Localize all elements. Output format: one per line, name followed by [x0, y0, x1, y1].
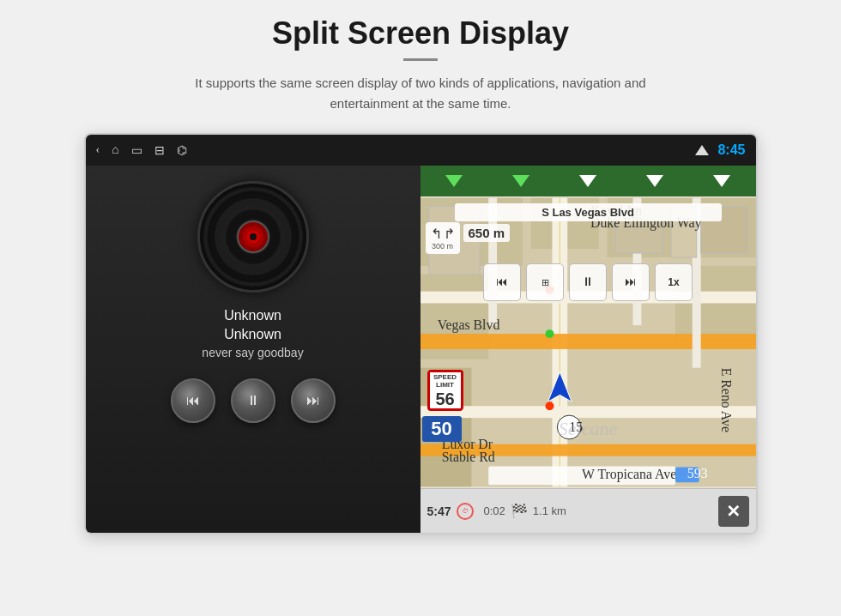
pause-button[interactable]: ⏸ [231, 378, 275, 423]
usb-icon[interactable]: ⌬ [177, 143, 187, 158]
dist-to-turn-label: 650 m [463, 224, 511, 242]
notification-triangle-icon [695, 145, 709, 155]
status-bar-right: 8:45 [695, 142, 745, 158]
current-speed-display: 50 [422, 416, 462, 442]
track-song: never say goodbay [202, 346, 303, 359]
speed-limit-number: 56 [430, 390, 461, 408]
next-track-button[interactable]: ⏭ [291, 378, 336, 423]
svg-text:E Reno Ave: E Reno Ave [719, 368, 734, 432]
split-area: Unknown Unknown never say goodbay ⏮ ⏸ ⏭ [86, 166, 756, 533]
nav-top-bar [420, 166, 756, 196]
nav-down-arrow-green-1 [445, 175, 463, 187]
svg-point-32 [545, 329, 554, 338]
nav-down-arrow-white-3 [713, 175, 730, 187]
track-name: Unknown [202, 308, 303, 323]
nav-bottom-bar: 5:47 ⏱ 0:02 🏁 1.1 km ✕ [420, 488, 756, 533]
svg-text:Vegas Blvd: Vegas Blvd [437, 317, 499, 333]
svg-text:15: 15 [569, 420, 583, 434]
nav-arrow-4 [621, 175, 688, 187]
next-track-icon: ⏭ [306, 393, 320, 408]
vinyl-dot [250, 233, 257, 240]
recent-apps-icon[interactable]: ▭ [131, 143, 142, 158]
status-bar: ‹ ⌂ ▭ ⊟ ⌬ 8:45 [86, 135, 756, 166]
road-name-bar: S Las Vegas Blvd [455, 203, 722, 221]
vinyl-record [197, 181, 309, 293]
home-icon[interactable]: ⌂ [112, 143, 118, 157]
music-panel: Unknown Unknown never say goodbay ⏮ ⏸ ⏭ [86, 166, 420, 533]
nav-next-button[interactable]: ⏭ [612, 263, 650, 301]
music-controls: ⏮ ⏸ ⏭ [171, 378, 336, 423]
left-turn-icon: ↰ [431, 226, 442, 242]
nav-prev-button[interactable]: ⏮ [483, 263, 521, 301]
svg-text:593: 593 [687, 466, 707, 480]
nav-down-arrow-green-2 [512, 175, 529, 187]
nav-close-button[interactable]: ✕ [718, 496, 749, 527]
speed-limit-label: SPEEDLIMIT [430, 372, 461, 390]
nav-duration: 0:02 [484, 504, 505, 517]
svg-point-33 [545, 402, 554, 410]
track-info: Unknown Unknown never say goodbay [202, 308, 303, 359]
page-title: Split Screen Display [272, 15, 569, 51]
right-turn-icon: ↱ [444, 226, 455, 242]
speed-limit-sign: SPEEDLIMIT 56 [427, 370, 463, 411]
nav-speed-button[interactable]: 1x [655, 263, 693, 301]
svg-text:W Tropicana Ave: W Tropicana Ave [582, 467, 676, 482]
prev-track-icon: ⏮ [186, 393, 200, 408]
nav-arrow-3 [554, 175, 621, 187]
turn-instruction-box: ↰ ↱ 300 m [426, 222, 460, 254]
svg-rect-11 [420, 406, 756, 418]
back-icon[interactable]: ‹ [96, 143, 100, 157]
pause-icon: ⏸ [246, 393, 260, 408]
nav-arrow-5 [688, 175, 755, 187]
page-subtitle: It supports the same screen display of t… [189, 73, 652, 114]
nav-arrow-1 [420, 175, 487, 187]
prev-track-button[interactable]: ⏮ [171, 378, 215, 423]
nav-down-arrow-white-2 [646, 175, 663, 187]
vinyl-center [237, 220, 269, 253]
track-artist: Unknown [202, 327, 303, 342]
status-time: 8:45 [717, 142, 745, 158]
nav-panel: Koval Ln Duke Ellington Way Vegas Blvd L… [420, 166, 756, 533]
title-divider [403, 58, 438, 61]
nav-media-controls: ⏮ ⊞ ⏸ ⏭ 1x [420, 263, 756, 301]
turn-distance-label: 300 m [432, 242, 453, 251]
device-frame: ‹ ⌂ ▭ ⊟ ⌬ 8:45 Unknown Unknown never s [84, 133, 758, 534]
nav-down-arrow-white-1 [579, 175, 596, 187]
svg-text:Stable Rd: Stable Rd [441, 450, 494, 464]
nav-distance: 1.1 km [533, 504, 566, 517]
svg-rect-10 [420, 334, 756, 349]
nav-flag-icon: 🏁 [511, 503, 528, 519]
map-area: Koval Ln Duke Ellington Way Vegas Blvd L… [420, 196, 756, 488]
nav-timer-icon: ⏱ [457, 503, 474, 520]
screenshot-icon[interactable]: ⊟ [154, 143, 165, 158]
nav-arrow-2 [487, 175, 554, 187]
nav-arrival-time: 5:47 [427, 504, 451, 518]
nav-pause-button[interactable]: ⏸ [569, 263, 607, 301]
status-bar-left: ‹ ⌂ ▭ ⊟ ⌬ [96, 143, 187, 158]
nav-chapters-button[interactable]: ⊞ [526, 263, 564, 301]
